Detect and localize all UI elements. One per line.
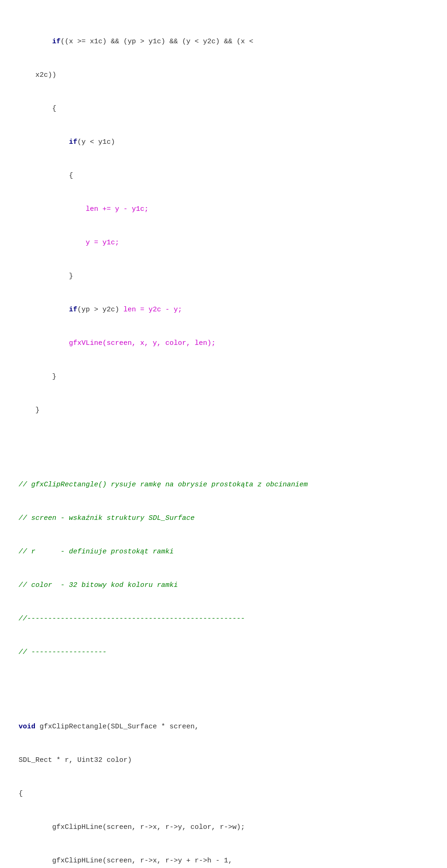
- code-text: }: [52, 373, 56, 381]
- code-text: }: [35, 406, 40, 414]
- code-text: ((x >= x1c) && (yp > y1c) && (y < y2c) &…: [61, 38, 253, 46]
- keyword-if3: if: [69, 306, 77, 314]
- code-text: y = y1c;: [86, 239, 119, 247]
- comment-block: // gfxClipRectangle() rysuje ramkę na ob…: [19, 452, 428, 685]
- code-text: {: [19, 790, 23, 798]
- code-line-7: y = y1c;: [19, 237, 428, 249]
- code-text: SDL_Rect * r, Uint32 color): [19, 756, 132, 764]
- func-body-2: gfxClipHLine(screen, r->x, r->y + r->h -…: [19, 855, 428, 867]
- code-line-12: }: [19, 405, 428, 416]
- code-text: gfxClipRectangle(SDL_Surface * screen,: [35, 723, 199, 731]
- code-text: {: [69, 172, 73, 180]
- code-line-2: x2c)): [19, 70, 428, 81]
- code-text: len = y2c - y;: [123, 306, 182, 314]
- keyword-if2: if: [69, 138, 77, 146]
- code-text: gfxClipHLine(screen, r->x, r->y + r->h -…: [19, 857, 232, 865]
- code-text: len += y - y1c;: [86, 205, 149, 213]
- comment-line-5: //--------------------------------------…: [19, 613, 428, 625]
- comment-text: // gfxClipRectangle() rysuje ramkę na ob…: [19, 481, 308, 489]
- comment-line-3: // r - definiuje prostokąt ramki: [19, 546, 428, 558]
- code-text: (y < y1c): [77, 138, 115, 146]
- comment-text: // ------------------: [19, 648, 107, 656]
- keyword-if: if: [52, 38, 61, 46]
- code-text: {: [52, 105, 56, 113]
- code-line-9: if(yp > y2c) len = y2c - y;: [19, 304, 428, 316]
- comment-text: // color - 32 bitowy kod koloru ramki: [19, 581, 178, 589]
- code-text: x2c)): [35, 71, 56, 79]
- code-line-4: if(y < y1c): [19, 137, 428, 148]
- comment-line-2: // screen - wskaźnik struktury SDL_Surfa…: [19, 513, 428, 524]
- function-block-1: void gfxClipRectangle(SDL_Surface * scre…: [19, 694, 428, 868]
- code-text: gfxVLine(screen, x, y, color, len);: [69, 339, 216, 347]
- code-line-5: {: [19, 170, 428, 182]
- code-line-3: {: [19, 103, 428, 114]
- initial-if-block: if((x >= x1c) && (yp > y1c) && (y < y2c)…: [19, 9, 428, 443]
- comment-text: //--------------------------------------…: [19, 615, 245, 623]
- func-signature-2: SDL_Rect * r, Uint32 color): [19, 755, 428, 766]
- func-brace-open: {: [19, 788, 428, 800]
- code-container: if((x >= x1c) && (yp > y1c) && (y < y2c)…: [19, 9, 428, 868]
- comment-line-4: // color - 32 bitowy kod koloru ramki: [19, 580, 428, 591]
- func-body-1: gfxClipHLine(screen, r->x, r->y, color, …: [19, 822, 428, 833]
- code-line-1: if((x >= x1c) && (yp > y1c) && (y < y2c)…: [19, 36, 428, 47]
- comment-text: // r - definiuje prostokąt ramki: [19, 548, 174, 556]
- func-signature-1: void gfxClipRectangle(SDL_Surface * scre…: [19, 721, 428, 733]
- code-line-10: gfxVLine(screen, x, y, color, len);: [19, 338, 428, 349]
- comment-text: // screen - wskaźnik struktury SDL_Surfa…: [19, 514, 195, 522]
- code-line-8: }: [19, 271, 428, 282]
- comment-line-6: // ------------------: [19, 647, 428, 658]
- code-text: }: [69, 272, 73, 280]
- code-line-6: len += y - y1c;: [19, 204, 428, 215]
- code-text: gfxClipHLine(screen, r->x, r->y, color, …: [19, 823, 245, 831]
- code-line-11: }: [19, 371, 428, 383]
- comment-line-1: // gfxClipRectangle() rysuje ramkę na ob…: [19, 479, 428, 491]
- code-text: (yp > y2c): [77, 306, 123, 314]
- keyword-void-1: void: [19, 723, 35, 731]
